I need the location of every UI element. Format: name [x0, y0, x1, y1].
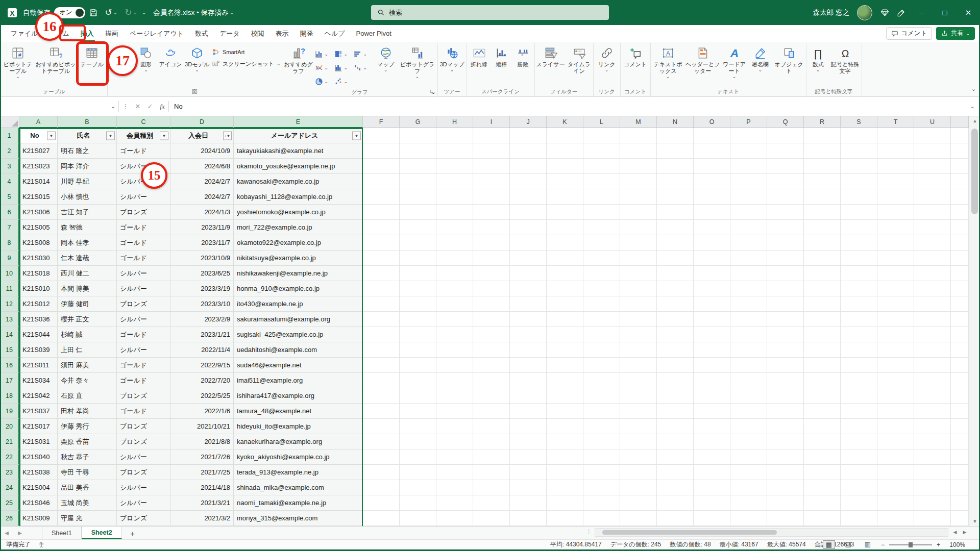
cell[interactable] [694, 358, 730, 373]
cell[interactable] [547, 205, 583, 220]
cell[interactable] [877, 511, 914, 526]
pen-icon[interactable] [897, 8, 906, 17]
cell[interactable] [473, 128, 510, 143]
cell[interactable] [547, 449, 583, 465]
row-header[interactable]: 2 [0, 143, 19, 159]
cell[interactable] [767, 251, 804, 266]
cell[interactable]: K21S005 [19, 220, 58, 235]
cell[interactable] [363, 404, 400, 419]
cell[interactable]: nishikawakenji@example.ne.jp [234, 266, 363, 281]
cell[interactable] [583, 495, 620, 511]
cell[interactable] [804, 327, 841, 342]
cell[interactable] [620, 358, 657, 373]
cell[interactable] [363, 495, 400, 511]
cell[interactable]: 2021/4/18 [170, 480, 234, 495]
cell[interactable] [841, 281, 877, 296]
cell[interactable] [657, 235, 694, 251]
cell[interactable] [951, 480, 969, 495]
cell[interactable] [804, 358, 841, 373]
normal-view-icon[interactable]: ▦ [823, 540, 835, 549]
share-button[interactable]: 共有 ⌄ [936, 27, 975, 40]
cell[interactable] [363, 296, 400, 312]
cell[interactable]: 本間 博美 [58, 281, 117, 296]
cell[interactable] [547, 174, 583, 189]
cell[interactable] [473, 143, 510, 159]
cell[interactable] [657, 312, 694, 327]
cell[interactable] [363, 342, 400, 358]
cell[interactable] [363, 373, 400, 388]
cell[interactable]: 岡本 佳孝 [58, 235, 117, 251]
cell[interactable]: 上田 仁 [58, 342, 117, 358]
cell[interactable] [547, 327, 583, 342]
ribbon-button[interactable]: ⌄ [315, 74, 334, 88]
cell[interactable] [767, 419, 804, 434]
cell[interactable] [620, 220, 657, 235]
cell[interactable]: 寺田 千尋 [58, 465, 117, 480]
cell[interactable]: 2023/2/9 [170, 312, 234, 327]
cell[interactable] [877, 434, 914, 449]
cell[interactable] [510, 251, 547, 266]
cell[interactable] [363, 480, 400, 495]
cell[interactable] [767, 342, 804, 358]
sheet-tab-sheet2[interactable]: Sheet2 [82, 527, 122, 539]
cell[interactable]: K21S044 [19, 327, 58, 342]
cell[interactable] [767, 449, 804, 465]
cell[interactable] [510, 220, 547, 235]
ribbon-button[interactable]: Aワードアート⌄ [721, 44, 748, 79]
row-header[interactable]: 14 [0, 327, 19, 342]
cell[interactable] [400, 495, 436, 511]
cell[interactable]: 2022/1/6 [170, 404, 234, 419]
cell[interactable]: K21S038 [19, 465, 58, 480]
cell[interactable] [400, 373, 436, 388]
column-header[interactable]: J [510, 116, 547, 128]
cell[interactable] [363, 449, 400, 465]
cell[interactable] [473, 358, 510, 373]
cell[interactable] [510, 266, 547, 281]
cell[interactable] [730, 419, 767, 434]
cell[interactable] [510, 358, 547, 373]
cell[interactable] [657, 404, 694, 419]
column-header[interactable]: B [58, 116, 117, 128]
cell[interactable] [620, 449, 657, 465]
close-icon[interactable]: ✕ [957, 0, 980, 25]
cell[interactable] [657, 373, 694, 388]
row-header[interactable]: 4 [0, 174, 19, 189]
cell[interactable] [436, 327, 473, 342]
ribbon-button[interactable]: 縦棒 [492, 44, 512, 68]
horizontal-scrollbar[interactable] [595, 528, 948, 537]
cell[interactable] [583, 235, 620, 251]
filter-button[interactable]: ↓▼ [223, 131, 232, 140]
ribbon-button[interactable]: 図形⌄ [134, 44, 158, 72]
cell[interactable] [510, 388, 547, 404]
cell[interactable] [877, 220, 914, 235]
cell[interactable]: kanaekurihara@example.org [234, 434, 363, 449]
cell[interactable]: sugisaki_425@example.co.jp [234, 327, 363, 342]
column-header[interactable]: O [694, 116, 730, 128]
autosave-toggle[interactable]: オン [54, 7, 85, 18]
row-header[interactable]: 18 [0, 388, 19, 404]
cell[interactable] [583, 465, 620, 480]
cell[interactable] [767, 327, 804, 342]
cell[interactable] [436, 511, 473, 526]
column-header[interactable]: P [730, 116, 767, 128]
zoom-slider[interactable] [889, 544, 932, 545]
cell[interactable] [767, 480, 804, 495]
cell[interactable] [841, 189, 877, 205]
cell[interactable] [877, 174, 914, 189]
search-input[interactable]: 検索 [371, 5, 609, 20]
cell[interactable]: shinada_mika@example.com [234, 480, 363, 495]
cell[interactable]: 須田 麻美 [58, 358, 117, 373]
cell[interactable] [583, 189, 620, 205]
cell[interactable]: mori_722@example.co.jp [234, 220, 363, 235]
cell[interactable] [436, 419, 473, 434]
cell[interactable] [730, 266, 767, 281]
cell[interactable] [510, 342, 547, 358]
tab-draw[interactable]: 描画 [100, 25, 124, 42]
tab-power-pivot[interactable]: Power Pivot [351, 25, 397, 42]
cell[interactable]: 2024/2/7 [170, 174, 234, 189]
cell[interactable] [657, 205, 694, 220]
cell[interactable]: yoshietomoko@example.co.jp [234, 205, 363, 220]
cell[interactable]: No▼ [19, 128, 58, 143]
formula-content[interactable]: No [169, 103, 965, 110]
cell[interactable] [767, 296, 804, 312]
